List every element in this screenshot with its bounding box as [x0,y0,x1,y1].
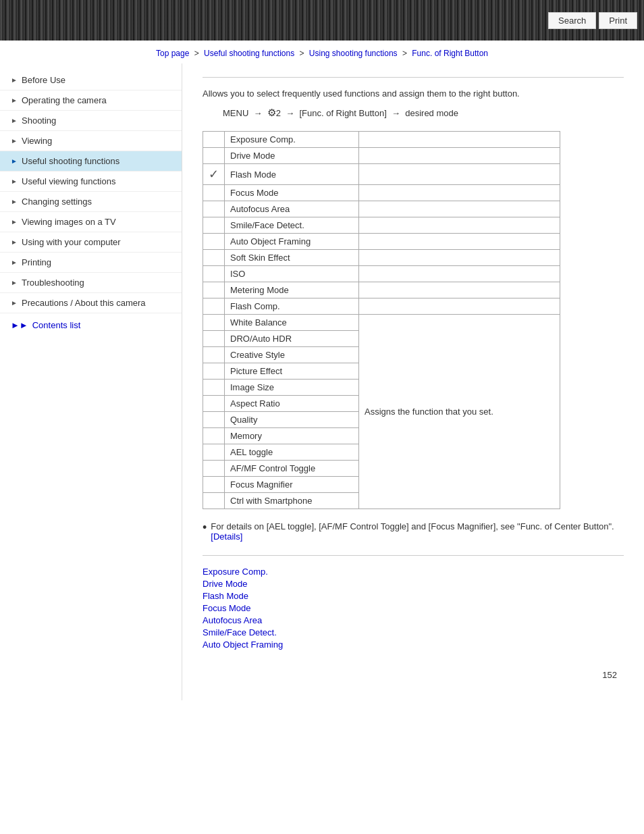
label-cell: ISO [225,266,359,282]
bottom-link[interactable]: Smile/Face Detect. [203,627,624,637]
bottom-links: Exposure Comp.Drive ModeFlash ModeFocus … [203,567,624,663]
label-cell: Exposure Comp. [225,132,359,148]
breadcrumb-useful[interactable]: Useful shooting functions [204,49,294,58]
arrow-icon: ► [11,279,18,286]
top-divider [203,77,624,78]
sidebar-item-viewing[interactable]: ► Viewing [0,131,182,151]
contents-list-link[interactable]: ►► Contents list [0,313,182,337]
arrow-icon: ► [11,76,18,84]
empty-cell [359,201,560,217]
check-cell [203,363,225,380]
label-cell: Smile/Face Detect. [225,217,359,234]
sidebar-item-label: Shooting [22,115,56,126]
table-row: White BalanceAssigns the function that y… [203,315,560,331]
sidebar-item-troubleshooting[interactable]: ► Troubleshooting [0,273,182,293]
check-cell [203,298,225,315]
table-row: Focus Mode [203,185,560,201]
check-cell [203,347,225,363]
empty-cell [359,217,560,234]
check-cell [203,185,225,201]
sidebar-item-label: Printing [22,257,51,267]
sidebar-item-label: Changing settings [22,197,92,207]
breadcrumb-top[interactable]: Top page [156,49,189,58]
check-cell [203,282,225,298]
check-cell [203,217,225,234]
empty-cell [359,250,560,266]
note-section: • For details on [AEL toggle], [AF/MF Co… [203,521,624,542]
main-content: Allows you to select frequently used fun… [182,63,644,700]
empty-cell [359,132,560,148]
empty-cell [359,234,560,250]
sidebar-item-label: Useful viewing functions [22,176,115,186]
table-row: Soft Skin Effect [203,250,560,266]
arrow-icon: ► [11,178,18,185]
empty-cell [359,148,560,164]
check-cell [203,428,225,444]
table-row: Smile/Face Detect. [203,217,560,234]
check-cell [203,201,225,217]
sidebar-item-before-use[interactable]: ► Before Use [0,70,182,90]
sidebar-item-computer[interactable]: ► Using with your computer [0,232,182,253]
sidebar-item-label: Troubleshooting [22,278,84,288]
check-cell [203,396,225,412]
sidebar: ► Before Use ► Operating the camera ► Sh… [0,63,182,700]
table-row: ISO [203,266,560,282]
bottom-link[interactable]: Drive Mode [203,579,624,589]
arrow-icon: ► [11,198,18,205]
details-link[interactable]: [Details] [211,531,242,542]
bottom-link[interactable]: Auto Object Framing [203,640,624,650]
arrow-icon: ► [11,218,18,226]
search-button[interactable]: Search [548,12,596,29]
note-bullet: • For details on [AEL toggle], [AF/MF Co… [203,521,624,542]
table-row: Drive Mode [203,148,560,164]
arrow-icon: ► [11,117,18,124]
check-cell [203,412,225,428]
bottom-link[interactable]: Autofocus Area [203,615,624,625]
table-row: Metering Mode [203,282,560,298]
page-number: 152 [203,670,624,680]
check-cell: ✓ [203,164,225,185]
empty-cell [359,185,560,201]
sidebar-item-useful-viewing[interactable]: ► Useful viewing functions [0,172,182,192]
sidebar-item-label: Precautions / About this camera [22,298,146,308]
bottom-link[interactable]: Exposure Comp. [203,567,624,577]
label-cell: Drive Mode [225,148,359,164]
label-cell: Flash Comp. [225,298,359,315]
empty-cell [359,282,560,298]
check-cell [203,266,225,282]
contents-arrow-icon: ►► [11,320,28,330]
header: Search Print [0,0,644,41]
table-row: Flash Comp. [203,298,560,315]
arrow-icon: ► [11,299,18,307]
check-cell [203,461,225,477]
sidebar-item-printing[interactable]: ► Printing [0,253,182,273]
breadcrumb-func[interactable]: Func. of Right Button [412,49,488,58]
sidebar-item-precautions[interactable]: ► Precautions / About this camera [0,293,182,313]
arrow-icon: ► [11,97,18,104]
label-cell: Picture Effect [225,363,359,380]
sidebar-item-viewing-tv[interactable]: ► Viewing images on a TV [0,212,182,232]
bottom-divider [203,555,624,556]
check-cell [203,493,225,509]
label-cell: Autofocus Area [225,201,359,217]
sidebar-item-label: Useful shooting functions [22,156,119,166]
print-button[interactable]: Print [599,12,637,29]
sidebar-item-operating[interactable]: ► Operating the camera [0,90,182,111]
sidebar-item-useful-shooting[interactable]: ► Useful shooting functions [0,151,182,172]
label-cell: Focus Mode [225,185,359,201]
header-buttons: Search Print [548,12,637,29]
bottom-link[interactable]: Focus Mode [203,603,624,613]
sidebar-item-shooting[interactable]: ► Shooting [0,111,182,131]
sidebar-item-changing[interactable]: ► Changing settings [0,192,182,212]
label-cell: AF/MF Control Toggle [225,461,359,477]
sidebar-item-label: Viewing [22,136,52,146]
bottom-link[interactable]: Flash Mode [203,591,624,601]
sidebar-item-label: Viewing images on a TV [22,217,116,227]
label-cell: Quality [225,412,359,428]
arrow-icon: ► [11,238,18,246]
label-cell: Image Size [225,380,359,396]
empty-cell [359,164,560,185]
label-cell: Soft Skin Effect [225,250,359,266]
check-cell [203,234,225,250]
breadcrumb-using[interactable]: Using shooting functions [309,49,398,58]
